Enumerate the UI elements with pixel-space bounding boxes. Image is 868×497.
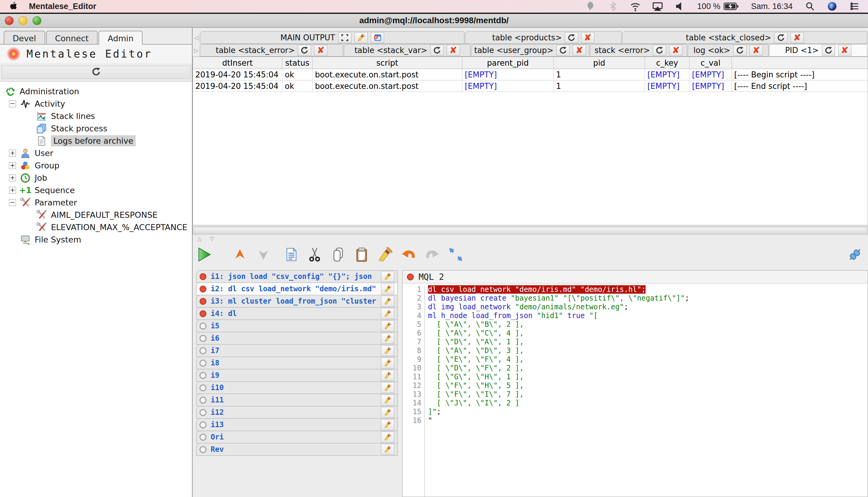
- grid-column-header-script[interactable]: script: [312, 57, 462, 69]
- close-tab-button[interactable]: ✘: [750, 45, 763, 56]
- paste-button[interactable]: [353, 246, 370, 262]
- notification-center-icon[interactable]: [849, 1, 859, 12]
- tree-refresh-button[interactable]: [1, 66, 191, 79]
- tree-item-parameter[interactable]: −Parameter: [0, 196, 192, 209]
- collapse-node-icon[interactable]: −: [9, 199, 16, 206]
- clear-panel-button[interactable]: [354, 32, 368, 43]
- clear-item-button[interactable]: [381, 382, 394, 393]
- tree-item-administration[interactable]: Administration: [0, 85, 192, 98]
- expand-node-icon[interactable]: +: [9, 174, 16, 181]
- clear-item-button[interactable]: [381, 283, 394, 294]
- output-tab-pid-1[interactable]: PID <1>✘: [769, 44, 867, 57]
- script-item-i7[interactable]: i7: [196, 344, 397, 357]
- code-line[interactable]: [ \"A\", \"C\", 4 ],: [428, 329, 868, 338]
- sidebar-tab-devel[interactable]: Devel: [4, 31, 45, 45]
- output-tab-table-user-group[interactable]: table <user_group>✘: [471, 44, 589, 57]
- close-console-button[interactable]: [371, 32, 384, 43]
- grid-row[interactable]: 2019-04-20 15:45:04okboot.execute.on.sta…: [193, 81, 868, 92]
- clear-item-button[interactable]: [381, 407, 394, 418]
- siri-icon[interactable]: [827, 1, 837, 12]
- code-area[interactable]: dl csv load_network "demo/iris.md" "demo…: [425, 285, 868, 497]
- grid-cell[interactable]: [EMPTY]: [462, 69, 554, 80]
- code-line[interactable]: [ \"E\", \"F\", 4 ],: [428, 355, 868, 364]
- grid-cell[interactable]: [EMPTY]: [689, 81, 732, 91]
- refresh-tab-button[interactable]: [298, 45, 311, 56]
- grid-cell[interactable]: 2019-04-20 15:45:04: [193, 81, 282, 91]
- output-tab-stack-error[interactable]: stack <error>✘: [590, 44, 687, 57]
- new-document-button[interactable]: [283, 246, 299, 262]
- refresh-tab-button[interactable]: [733, 45, 746, 56]
- script-item-i13[interactable]: i13: [196, 418, 397, 431]
- clean-button[interactable]: [377, 246, 393, 262]
- splitter-collapse-up-icon[interactable]: △: [197, 236, 201, 242]
- sidebar-tab-admin[interactable]: Admin: [99, 31, 142, 45]
- output-tab-table-products[interactable]: table <products>✘: [465, 31, 621, 44]
- refresh-tab-button[interactable]: [822, 45, 835, 56]
- output-tab-main-output[interactable]: MAIN OUTPUT: [200, 31, 464, 44]
- grid-cell[interactable]: [EMPTY]: [645, 81, 689, 91]
- clear-item-button[interactable]: [381, 345, 394, 356]
- grid-cell[interactable]: 1: [554, 81, 645, 91]
- splitter-collapse-down-icon[interactable]: ▽: [210, 236, 214, 242]
- code-line[interactable]: dl img load_network "demo/animals/networ…: [428, 303, 868, 311]
- tree-item-sequence[interactable]: ++1Sequence: [0, 184, 192, 196]
- code-line[interactable]: dl csv load_network "demo/iris.md" "demo…: [428, 285, 868, 294]
- output-tab-table-stack-var[interactable]: table <stack_var>✘: [344, 44, 471, 57]
- script-item-i6[interactable]: i6: [196, 332, 397, 344]
- code-line[interactable]: [ \"F\", \"H\", 5 ],: [428, 381, 868, 390]
- grid-cell[interactable]: [EMPTY]: [689, 69, 732, 80]
- refresh-tab-button[interactable]: [653, 45, 666, 56]
- grid-cell[interactable]: 2019-04-20 15:45:04: [193, 69, 282, 80]
- script-item-ori[interactable]: Ori: [196, 431, 397, 443]
- script-item-i2[interactable]: i2: dl csv load_network "demo/iris.md"..…: [196, 283, 397, 295]
- refresh-tab-button[interactable]: [556, 45, 570, 56]
- tree-item-activity[interactable]: −Activity: [0, 98, 192, 110]
- tree-item-group[interactable]: +Group: [0, 159, 192, 172]
- undo-button[interactable]: [401, 246, 417, 262]
- grid-cell[interactable]: 1: [554, 69, 645, 80]
- tree-item-file-system[interactable]: File System: [0, 233, 192, 246]
- editor-body[interactable]: 12345678910111213141516 dl csv load_netw…: [403, 283, 868, 497]
- refresh-tab-button[interactable]: [565, 32, 578, 43]
- output-tab-table-stack-closed[interactable]: table <stack_closed>✘: [622, 31, 867, 44]
- grid-cell[interactable]: ok: [282, 69, 312, 80]
- code-line[interactable]: [ \"A\", \"D\", 3 ],: [428, 346, 868, 355]
- close-tab-button[interactable]: ✘: [669, 45, 682, 56]
- close-tab-button[interactable]: ✘: [447, 45, 460, 56]
- screen-mirroring-icon[interactable]: [653, 1, 663, 12]
- tree-item-aiml-default-response[interactable]: AIML_DEFAULT_RESPONSE: [0, 209, 192, 221]
- close-tab-button[interactable]: ✘: [838, 45, 851, 56]
- scrollbar-thumb[interactable]: [194, 227, 867, 234]
- script-item-i11[interactable]: i11: [196, 394, 397, 406]
- output-tab-log-ok[interactable]: log <ok>✘: [688, 44, 768, 57]
- move-down-button[interactable]: [255, 246, 271, 262]
- script-item-rev[interactable]: Rev: [196, 443, 397, 456]
- maximize-panel-button[interactable]: [338, 32, 351, 43]
- script-item-i12[interactable]: i12: [196, 406, 397, 419]
- output-tab-table-stack-error[interactable]: table <stack_error>✘: [200, 44, 343, 57]
- clear-item-button[interactable]: [381, 370, 394, 381]
- menu-bar-app-name[interactable]: Mentalese_Editor: [29, 2, 96, 11]
- script-item-i1[interactable]: i1: json load "csv_config" "{}"; json ..…: [196, 270, 397, 283]
- close-window-button[interactable]: [5, 16, 14, 25]
- script-item-i5[interactable]: i5: [196, 320, 397, 332]
- code-line[interactable]: [ \"A\", \"B\", 2 ],: [428, 320, 868, 329]
- grid-column-header-c-key[interactable]: c_key: [645, 57, 689, 69]
- clear-item-button[interactable]: [381, 444, 394, 455]
- tree-item-user[interactable]: +User: [0, 147, 192, 159]
- clear-item-button[interactable]: [381, 308, 394, 319]
- code-line[interactable]: dl bayesian create "bayesian1" "[\"posit…: [428, 294, 868, 303]
- grid-column-header-pid[interactable]: pid: [554, 57, 645, 69]
- grid-horizontal-scrollbar[interactable]: [193, 226, 868, 235]
- grid-cell[interactable]: [---- End script ----]: [732, 81, 868, 91]
- tree-item-stack-lines[interactable]: Stack lines: [0, 110, 192, 122]
- script-item-i9[interactable]: i9: [196, 369, 397, 382]
- script-item-i10[interactable]: i10: [196, 381, 397, 394]
- grid-cell[interactable]: [---- Begin script ----]: [732, 69, 868, 80]
- script-item-i8[interactable]: i8: [196, 357, 397, 369]
- grid-column-header[interactable]: [732, 57, 868, 69]
- grid-cell[interactable]: [EMPTY]: [645, 69, 689, 80]
- clear-item-button[interactable]: [381, 333, 394, 344]
- clear-item-button[interactable]: [381, 432, 394, 442]
- refresh-tab-button[interactable]: [774, 32, 787, 43]
